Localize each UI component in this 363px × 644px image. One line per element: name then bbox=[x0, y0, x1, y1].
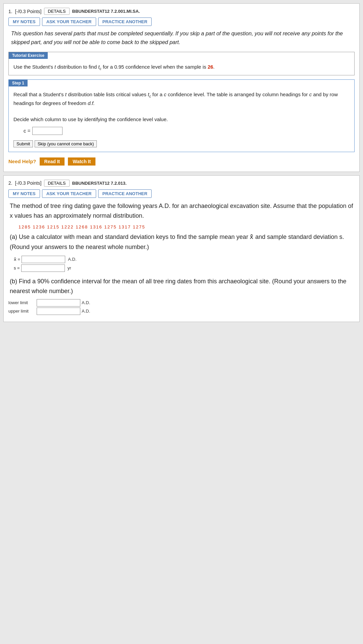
step-1-content: Recall that a Student's t distribution t… bbox=[9, 86, 354, 152]
tutorial-tc: tc bbox=[98, 64, 101, 70]
xbar-label: x̄ = bbox=[14, 257, 20, 262]
tutorial-highlight: 26 bbox=[208, 64, 213, 70]
upper-limit-input[interactable] bbox=[37, 308, 80, 315]
problem-1-code: BBUNDERSTAT12 7.2.001.MI.SA. bbox=[72, 9, 140, 14]
problem-1-points: [-/0.3 Points] bbox=[15, 9, 42, 14]
upper-limit-unit: A.D. bbox=[82, 309, 90, 314]
problem-2-header: 2. [-/0.3 Points] DETAILS BBUNDERSTAT12 … bbox=[8, 180, 355, 187]
tutorial-period: . bbox=[213, 64, 214, 70]
my-notes-button-1[interactable]: MY NOTES bbox=[8, 17, 40, 26]
tutorial-content: Use the Student's t distribution to find… bbox=[9, 59, 354, 75]
s-input[interactable] bbox=[21, 264, 65, 272]
c-input[interactable] bbox=[32, 127, 63, 135]
tutorial-label: Tutorial Exercise bbox=[9, 52, 48, 59]
problem-2-number: 2. bbox=[8, 180, 12, 186]
lower-limit-unit: A.D. bbox=[82, 300, 90, 305]
problem-1-number: 1. bbox=[8, 9, 12, 14]
data-values: 1285 1236 1215 1222 1268 1316 1275 1317 … bbox=[18, 224, 355, 229]
problem-1-card: 1. [-/0.3 Points] DETAILS BBUNDERSTAT12 … bbox=[3, 3, 360, 172]
problem-2-main-text: The method of tree ring dating gave the … bbox=[10, 201, 355, 221]
ask-teacher-button-1[interactable]: ASK YOUR TEACHER bbox=[42, 17, 96, 26]
problem-2-btn-row: MY NOTES ASK YOUR TEACHER PRACTICE ANOTH… bbox=[8, 189, 355, 198]
s-unit: yr bbox=[68, 265, 71, 271]
xbar-unit: A.D. bbox=[68, 257, 76, 262]
step1-text3: for a bbox=[151, 92, 164, 97]
step1-c: c bbox=[164, 92, 167, 97]
tutorial-text1: Use the Student's bbox=[13, 64, 54, 70]
step-1-paragraph1: Recall that a Student's t distribution t… bbox=[13, 91, 350, 107]
tutorial-box: Tutorial Exercise Use the Student's t di… bbox=[8, 52, 355, 75]
tutorial-text2: distribution to find bbox=[56, 64, 98, 70]
step1-c2: c bbox=[309, 92, 312, 97]
xbar-row: x̄ = A.D. bbox=[14, 256, 355, 263]
read-it-button[interactable]: Read It bbox=[40, 157, 65, 166]
details-button-2[interactable]: DETAILS bbox=[44, 180, 69, 187]
ask-teacher-button-2[interactable]: ASK YOUR TEACHER bbox=[42, 189, 96, 198]
lower-limit-input[interactable] bbox=[37, 299, 80, 307]
step1-text1: Recall that a Student's bbox=[13, 92, 65, 97]
problem-1-btn-row: MY NOTES ASK YOUR TEACHER PRACTICE ANOTH… bbox=[8, 17, 355, 26]
step1-df: d.f. bbox=[88, 100, 95, 106]
tutorial-text3: for a 0.95 confidence level when the sam… bbox=[102, 64, 208, 70]
s-label: s = bbox=[14, 265, 20, 271]
lower-limit-label: lower limit bbox=[8, 300, 35, 305]
step-1-label: Step 1 bbox=[9, 80, 28, 86]
problem-1-intro: This question has several parts that mus… bbox=[11, 29, 355, 46]
skip-button[interactable]: Skip (you cannot come back) bbox=[35, 140, 97, 147]
watch-it-button[interactable]: Watch It bbox=[68, 157, 95, 166]
lower-limit-row: lower limit A.D. bbox=[8, 299, 355, 307]
c-equals-label: c = bbox=[24, 127, 30, 135]
step-1-box: Step 1 Recall that a Student's t distrib… bbox=[8, 79, 355, 152]
need-help-label: Need Help? bbox=[8, 158, 36, 164]
problem-2-code: BBUNDERSTAT12 7.2.013. bbox=[72, 181, 127, 186]
step1-text2: distribution table lists critical values bbox=[67, 92, 148, 97]
step1-tc: tc bbox=[148, 92, 151, 97]
part-b-text: (b) Find a 90% confidence interval for t… bbox=[10, 277, 355, 296]
step-1-paragraph2: Decide which column to use by identifyin… bbox=[13, 115, 350, 123]
problem-2-card: 2. [-/0.3 Points] DETAILS BBUNDERSTAT12 … bbox=[3, 175, 360, 322]
my-notes-button-2[interactable]: MY NOTES bbox=[8, 189, 40, 198]
part-a-text: (a) Use a calculator with mean and stand… bbox=[10, 232, 355, 252]
step1-text4: confidence level. The table is arranged … bbox=[166, 92, 309, 97]
practice-another-button-2[interactable]: PRACTICE ANOTHER bbox=[98, 189, 152, 198]
problem-1-header: 1. [-/0.3 Points] DETAILS BBUNDERSTAT12 … bbox=[8, 8, 355, 15]
details-button-1[interactable]: DETAILS bbox=[44, 8, 69, 15]
practice-another-button-1[interactable]: PRACTICE ANOTHER bbox=[98, 17, 152, 26]
need-help-row: Need Help? Read It Watch It bbox=[8, 157, 355, 166]
submit-row: Submit Skip (you cannot come back) bbox=[13, 140, 350, 148]
submit-button[interactable]: Submit bbox=[13, 140, 33, 147]
xbar-input[interactable] bbox=[22, 256, 65, 263]
upper-limit-row: upper limit A.D. bbox=[8, 308, 355, 315]
s-row: s = yr bbox=[14, 264, 355, 272]
c-equals-row: c = bbox=[24, 127, 350, 135]
upper-limit-label: upper limit bbox=[8, 309, 35, 314]
problem-2-points: [-/0.3 Points] bbox=[15, 180, 42, 186]
